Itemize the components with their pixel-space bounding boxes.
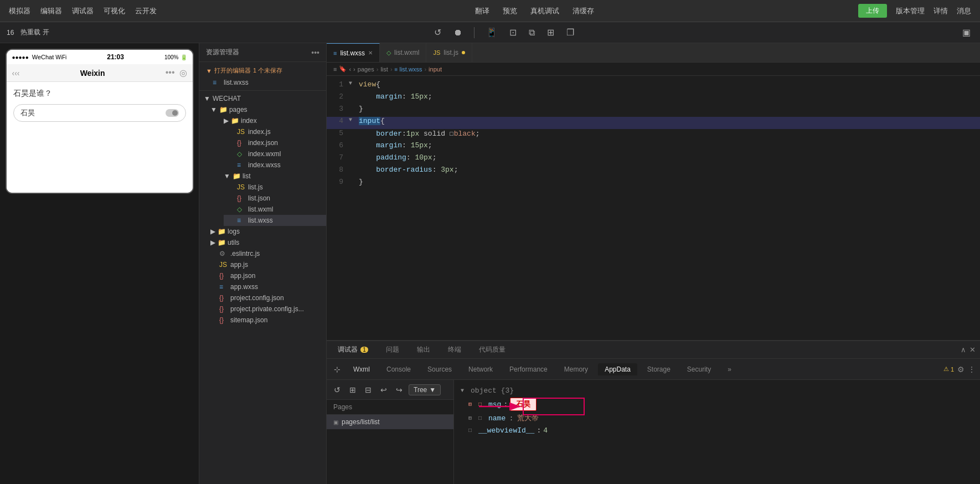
file-project-config[interactable]: {} project.config.json — [206, 292, 326, 303]
stop-icon[interactable]: ⏺ — [451, 27, 465, 39]
line-code[interactable]: padding: 10px; — [359, 153, 980, 162]
copy-icon[interactable]: ❐ — [564, 26, 577, 39]
devtools-console-tab[interactable]: Console — [380, 363, 417, 375]
more-dots-icon[interactable]: ••• — [166, 68, 175, 78]
file-app-wxss[interactable]: ≡ app.wxss — [206, 281, 326, 292]
search-circle-icon[interactable]: ◎ — [179, 68, 187, 78]
file-index-json[interactable]: {} index.json — [224, 137, 326, 148]
file-app-json[interactable]: {} app.json — [206, 270, 326, 281]
settings-gear-icon[interactable]: ⚙ — [957, 365, 964, 374]
collapse-icon[interactable]: ∧ — [961, 346, 966, 354]
debug-tab-output[interactable]: 输出 — [410, 343, 437, 357]
filetree-more-icon[interactable]: ••• — [311, 48, 319, 57]
expand-icon[interactable]: ⊞ — [347, 384, 359, 396]
line-code[interactable]: } — [359, 105, 980, 113]
devtools-performance-tab[interactable]: Performance — [503, 363, 554, 375]
menu-visual[interactable]: 可视化 — [104, 6, 125, 16]
devtools-more-icon[interactable]: ⋮ — [968, 365, 976, 374]
debug-tab-quality[interactable]: 代码质量 — [472, 343, 512, 357]
tab-list-js[interactable]: JS list.js — [426, 43, 472, 62]
menu-realdevice[interactable]: 真机调试 — [530, 6, 559, 16]
tree-children-wechat: ▼ 📁 pages ▶ 📁 index JS index.js — [199, 104, 326, 326]
data-msg-row[interactable]: ⊞ □ msg : 石昊 — [458, 397, 976, 412]
devtools-security-tab[interactable]: Security — [680, 363, 718, 375]
line-code[interactable]: border:1px solid ☐black; — [359, 129, 980, 138]
file-app-js[interactable]: JS app.js — [206, 259, 326, 270]
line-code[interactable]: } — [359, 178, 980, 186]
file-sitemap[interactable]: {} sitemap.json — [206, 315, 326, 326]
tree-root-wechat[interactable]: ▼ WECHAT — [199, 93, 326, 104]
menu-preview[interactable]: 预览 — [503, 6, 517, 16]
line-code[interactable]: margin: 15px; — [359, 92, 980, 101]
line-code[interactable]: input{ — [359, 117, 980, 125]
back-icon[interactable]: ‹‹‹ — [12, 69, 20, 78]
tab-list-wxml[interactable]: ◇ list.wxml — [380, 43, 426, 62]
undo-icon[interactable]: ↩ — [378, 384, 390, 396]
phone-input-toggle[interactable] — [166, 109, 179, 117]
debug-tab-debugger[interactable]: 调试器 1 — [331, 343, 375, 357]
tree-folder-index[interactable]: ▶ 📁 index — [213, 115, 326, 126]
file-eslintrc[interactable]: ⚙ .eslintrc.js — [206, 248, 326, 259]
tree-folder-utils[interactable]: ▶ 📁 utils — [206, 237, 326, 248]
expand-obj-icon[interactable]: ▼ — [461, 388, 468, 394]
data-webviewid-row[interactable]: □ __webviewId__ : 4 — [458, 424, 976, 436]
menu-versionmgr[interactable]: 版本管理 — [896, 6, 925, 16]
file-index-wxss[interactable]: ≡ index.wxss — [224, 159, 326, 171]
menu-clearcache[interactable]: 清缓存 — [572, 6, 594, 16]
upload-button[interactable]: 上传 — [858, 4, 887, 18]
tree-toggle-button[interactable]: Tree ▼ — [409, 384, 441, 395]
layout-icon[interactable]: ⊡ — [507, 26, 519, 39]
tree-folder-list[interactable]: ▼ 📁 list — [213, 171, 326, 182]
refresh-pages-icon[interactable]: ↺ — [331, 384, 343, 396]
devtools-wxml-tab[interactable]: Wxml — [347, 363, 376, 375]
grid-icon[interactable]: ⊞ — [544, 26, 557, 39]
tree-folder-pages[interactable]: ▼ 📁 pages — [206, 104, 326, 115]
breadcrumb-back-icon[interactable]: ‹ — [349, 66, 351, 73]
menu-simulator[interactable]: 模拟器 — [9, 6, 30, 16]
file-list-wxml[interactable]: ◇ list.wxml — [224, 204, 326, 215]
line-code[interactable]: margin: 15px; — [359, 141, 980, 150]
collapse-pages-icon[interactable]: ⊟ — [362, 384, 374, 396]
devtools-appdata-tab[interactable]: AppData — [598, 363, 637, 375]
chevron-right-icon-utils: ▶ — [210, 239, 215, 246]
phone-input-box[interactable]: 石昊 — [13, 104, 186, 122]
data-name-row[interactable]: ⊞ □ name ： 荒大帝 — [458, 412, 976, 424]
tree-folder-logs[interactable]: ▶ 📁 logs — [206, 226, 326, 237]
file-list-wxss[interactable]: ≡ list.wxss — [224, 215, 326, 226]
redo-icon[interactable]: ↪ — [393, 384, 405, 396]
devtools-more-tabs[interactable]: » — [721, 363, 738, 375]
file-index-js[interactable]: JS index.js — [224, 126, 326, 137]
menu-msg[interactable]: 消息 — [957, 6, 971, 16]
opened-file-list-wxss[interactable]: ≡ list.wxss — [199, 77, 326, 88]
debug-tab-issues[interactable]: 问题 — [379, 343, 406, 357]
devtools-storage-tab[interactable]: Storage — [641, 363, 677, 375]
sidebar-toggle-icon[interactable]: ▣ — [960, 26, 973, 39]
menu-editor[interactable]: 编辑器 — [40, 6, 62, 16]
file-project-private[interactable]: {} project.private.config.js... — [206, 303, 326, 315]
page-list-item[interactable]: ▣ pages/list/list — [327, 415, 453, 429]
devtools-sources-tab[interactable]: Sources — [421, 363, 458, 375]
devtools-network-tab[interactable]: Network — [462, 363, 499, 375]
refresh-icon[interactable]: ↺ — [431, 26, 444, 39]
line-code[interactable]: border-radius: 3px; — [359, 166, 980, 174]
tab-list-wxss[interactable]: ≡ list.wxss ✕ — [327, 43, 380, 62]
file-index-wxml[interactable]: ◇ index.wxml — [224, 148, 326, 159]
debug-badge: 1 — [360, 347, 368, 353]
menu-translate[interactable]: 翻译 — [475, 6, 489, 16]
phone-icon[interactable]: 📱 — [483, 26, 500, 39]
file-list-json[interactable]: {} list.json — [224, 193, 326, 204]
tab-close-wxss[interactable]: ✕ — [368, 50, 373, 56]
cursor-tool-icon[interactable]: ⊹ — [331, 363, 343, 375]
line-code[interactable]: view{ — [359, 80, 980, 89]
file-list-js[interactable]: JS list.js — [224, 182, 326, 193]
breadcrumb-forward-icon[interactable]: › — [353, 66, 355, 73]
hotreload-toggle[interactable]: 热重载 开 — [20, 28, 49, 37]
menu-cloud[interactable]: 云开发 — [135, 6, 157, 16]
menu-debugger[interactable]: 调试器 — [72, 6, 94, 16]
menu-detail[interactable]: 详情 — [933, 6, 948, 16]
close-debug-icon[interactable]: ✕ — [969, 346, 976, 354]
split-icon[interactable]: ⧉ — [526, 27, 538, 39]
devtools-memory-tab[interactable]: Memory — [558, 363, 595, 375]
data-row-icon-3: ⊞ — [468, 415, 476, 421]
debug-tab-terminal[interactable]: 终端 — [441, 343, 468, 357]
